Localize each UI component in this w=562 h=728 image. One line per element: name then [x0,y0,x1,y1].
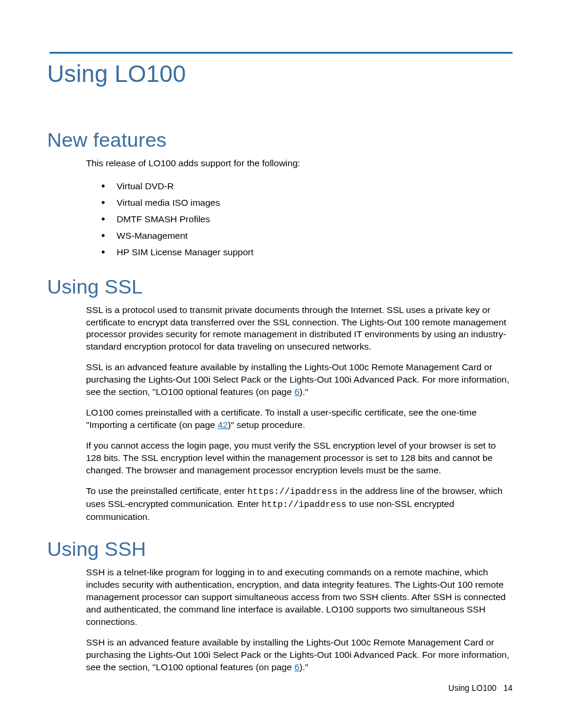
text-run: To use the preinstalled certificate, ent… [86,486,247,496]
heading-using-ssh: Using SSH [47,538,513,561]
list-item: HP SIM License Manager support [106,244,513,261]
feature-list: Virtual DVD-R Virtual media ISO images D… [106,178,513,261]
page-footer: Using LO100 14 [448,683,513,693]
ssl-para-3: LO100 comes preinstalled with a certific… [86,407,513,431]
ssl-para-2: SSL is an advanced feature available by … [86,361,513,398]
list-item: Virtual DVD-R [106,178,513,195]
heading-using-ssl: Using SSL [47,275,513,298]
section-body-using-ssl: SSL is a protocol used to transmit priva… [86,304,513,523]
page-link-6[interactable]: 6 [295,662,300,672]
page: Using LO100 New features This release of… [0,0,562,728]
list-item: Virtual media ISO images [106,195,513,211]
text-run: )." [299,662,308,672]
text-run: )." [299,387,308,397]
ssl-para-4: If you cannot access the login page, you… [86,440,513,477]
section-body-using-ssh: SSH is a telnet-like program for logging… [86,566,513,673]
code-http-ipaddress: http://ipaddress [262,500,346,510]
text-run: )" setup procedure. [228,420,305,430]
page-link-6[interactable]: 6 [295,387,300,397]
code-https-ipaddress: https://ipaddress [247,487,338,497]
ssh-para-2: SSH is an advanced feature available by … [86,637,513,674]
footer-label: Using LO100 [448,683,497,693]
ssl-para-1: SSL is a protocol used to transmit priva… [86,304,513,354]
page-title: Using LO100 [47,61,513,87]
page-link-42[interactable]: 42 [217,420,227,430]
list-item: DMTF SMASH Profiles [106,211,513,228]
horizontal-rule [49,52,513,54]
heading-new-features: New features [47,129,513,151]
ssh-para-1: SSH is a telnet-like program for logging… [86,566,513,628]
new-features-intro: This release of LO100 adds support for t… [86,157,513,170]
list-item: WS-Management [106,228,513,244]
footer-page-number: 14 [503,683,513,693]
section-body-new-features: This release of LO100 adds support for t… [86,157,513,261]
ssl-para-5: To use the preinstalled certificate, ent… [86,485,513,523]
